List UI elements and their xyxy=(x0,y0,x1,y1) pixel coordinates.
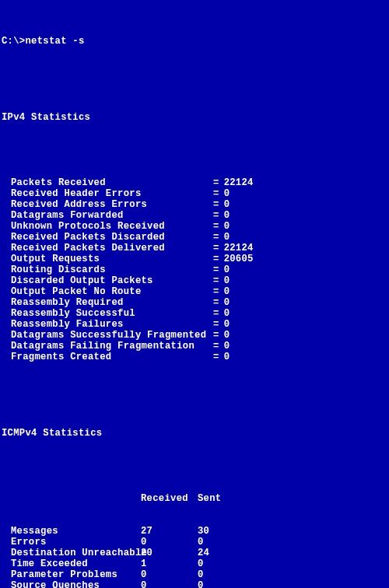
ipv4-stat-row: Received Packets Delivered=22124 xyxy=(11,243,389,254)
equals-sign: = xyxy=(213,243,219,254)
ipv4-stat-value: 0 xyxy=(224,330,230,341)
ipv4-stat-label: Packets Received xyxy=(11,177,213,188)
equals-sign: = xyxy=(213,210,219,221)
ipv4-section-title: IPv4 Statistics xyxy=(2,112,389,123)
ipv4-stat-label: Received Packets Discarded xyxy=(11,232,213,243)
ipv4-stat-label: Fragments Created xyxy=(11,352,213,362)
ipv4-stat-label: Datagrams Forwarded xyxy=(11,210,213,221)
equals-sign: = xyxy=(213,264,219,275)
ipv4-stat-value: 22124 xyxy=(224,177,254,188)
icmp-stat-label: Time Exceeded xyxy=(11,558,141,569)
ipv4-stat-value: 0 xyxy=(224,319,230,330)
icmp-stat-row: Time Exceeded10 xyxy=(11,558,389,569)
equals-sign: = xyxy=(213,232,219,243)
icmp-stat-label: Errors xyxy=(11,537,141,548)
ipv4-stat-value: 0 xyxy=(224,308,230,319)
equals-sign: = xyxy=(213,308,219,319)
equals-sign: = xyxy=(213,286,219,297)
icmp-stat-sent: 24 xyxy=(198,548,209,558)
ipv4-stat-label: Unknown Protocols Received xyxy=(11,221,213,232)
ipv4-stat-label: Received Address Errors xyxy=(11,199,213,210)
equals-sign: = xyxy=(213,199,219,210)
ipv4-stat-label: Received Header Errors xyxy=(11,188,213,199)
ipv4-stat-row: Packets Received=22124 xyxy=(11,177,389,188)
ipv4-stat-value: 0 xyxy=(224,352,230,362)
ipv4-stat-value: 0 xyxy=(224,221,230,232)
ipv4-stat-value: 0 xyxy=(224,199,230,210)
ipv4-stat-label: Reassembly Successful xyxy=(11,308,213,319)
icmp-stat-received: 20 xyxy=(141,548,198,558)
ipv4-stat-row: Routing Discards=0 xyxy=(11,264,389,275)
ipv4-stat-row: Datagrams Forwarded=0 xyxy=(11,210,389,221)
ipv4-stat-value: 0 xyxy=(224,286,230,297)
ipv4-stat-value: 0 xyxy=(224,232,230,243)
ipv4-stat-label: Received Packets Delivered xyxy=(11,243,213,254)
ipv4-stat-row: Reassembly Failures=0 xyxy=(11,319,389,330)
ipv4-stat-row: Datagrams Failing Fragmentation=0 xyxy=(11,341,389,352)
ipv4-stat-value: 0 xyxy=(224,264,230,275)
ipv4-stat-row: Output Requests=20605 xyxy=(11,254,389,264)
icmp-stat-label: Destination Unreachable xyxy=(11,548,141,558)
ipv4-stat-value: 0 xyxy=(224,341,230,352)
ipv4-stat-row: Discarded Output Packets=0 xyxy=(11,275,389,286)
icmp-stat-sent: 0 xyxy=(198,558,204,569)
icmp-stat-sent: 0 xyxy=(198,580,204,588)
icmp-stat-sent: 30 xyxy=(198,526,209,537)
icmp-header-received: Received xyxy=(141,493,198,504)
ipv4-stat-value: 0 xyxy=(224,297,230,308)
icmp-stat-row: Destination Unreachable2024 xyxy=(11,548,389,558)
ipv4-stat-row: Received Address Errors=0 xyxy=(11,199,389,210)
icmp-stat-received: 0 xyxy=(141,580,198,588)
ipv4-stat-row: Unknown Protocols Received=0 xyxy=(11,221,389,232)
ipv4-stat-label: Datagrams Failing Fragmentation xyxy=(11,341,213,352)
icmp-stat-row: Errors00 xyxy=(11,537,389,548)
icmp-stat-sent: 0 xyxy=(198,569,204,580)
ipv4-stat-row: Received Packets Discarded=0 xyxy=(11,232,389,243)
equals-sign: = xyxy=(213,275,219,286)
ipv4-stat-value: 0 xyxy=(224,275,230,286)
icmp-stat-label: Messages xyxy=(11,526,141,537)
equals-sign: = xyxy=(213,254,219,264)
ipv4-stat-row: Reassembly Required=0 xyxy=(11,297,389,308)
equals-sign: = xyxy=(213,177,219,188)
icmp-stat-received: 0 xyxy=(141,569,198,580)
icmp-header-sent: Sent xyxy=(198,493,221,504)
command-prompt: C:\>netstat -s xyxy=(2,36,389,47)
equals-sign: = xyxy=(213,352,219,362)
equals-sign: = xyxy=(213,341,219,352)
ipv4-stat-value: 0 xyxy=(224,210,230,221)
ipv4-stat-label: Routing Discards xyxy=(11,264,213,275)
ipv4-stat-label: Datagrams Successfully Fragmented xyxy=(11,330,213,341)
icmp-stat-label: Parameter Problems xyxy=(11,569,141,580)
ipv4-stat-row: Datagrams Successfully Fragmented=0 xyxy=(11,330,389,341)
icmp-stat-label: Source Quenches xyxy=(11,580,141,588)
ipv4-stat-label: Reassembly Required xyxy=(11,297,213,308)
equals-sign: = xyxy=(213,330,219,341)
equals-sign: = xyxy=(213,319,219,330)
icmp-stat-row: Parameter Problems00 xyxy=(11,569,389,580)
ipv4-stat-label: Reassembly Failures xyxy=(11,319,213,330)
ipv4-stat-label: Output Packet No Route xyxy=(11,286,213,297)
ipv4-stat-row: Fragments Created=0 xyxy=(11,352,389,362)
ipv4-stat-value: 22124 xyxy=(224,243,254,254)
equals-sign: = xyxy=(213,297,219,308)
ipv4-stat-label: Discarded Output Packets xyxy=(11,275,213,286)
terminal-screen[interactable]: C:\>netstat -s IPv4 Statistics Packets R… xyxy=(0,0,389,588)
icmp-stat-received: 27 xyxy=(141,526,198,537)
icmp-stat-sent: 0 xyxy=(198,537,204,548)
icmp-stat-received: 1 xyxy=(141,558,198,569)
equals-sign: = xyxy=(213,188,219,199)
ipv4-stat-row: Output Packet No Route=0 xyxy=(11,286,389,297)
icmp-header-row: Received Sent xyxy=(11,493,389,504)
icmp-stat-row: Source Quenches00 xyxy=(11,580,389,588)
icmp-section-title: ICMPv4 Statistics xyxy=(2,428,389,439)
ipv4-stat-value: 0 xyxy=(224,188,230,199)
equals-sign: = xyxy=(213,221,219,232)
ipv4-stat-label: Output Requests xyxy=(11,254,213,264)
ipv4-stat-row: Received Header Errors=0 xyxy=(11,188,389,199)
icmp-stat-row: Messages2730 xyxy=(11,526,389,537)
ipv4-stat-value: 20605 xyxy=(224,254,254,264)
ipv4-stat-row: Reassembly Successful=0 xyxy=(11,308,389,319)
icmp-stat-received: 0 xyxy=(141,537,198,548)
